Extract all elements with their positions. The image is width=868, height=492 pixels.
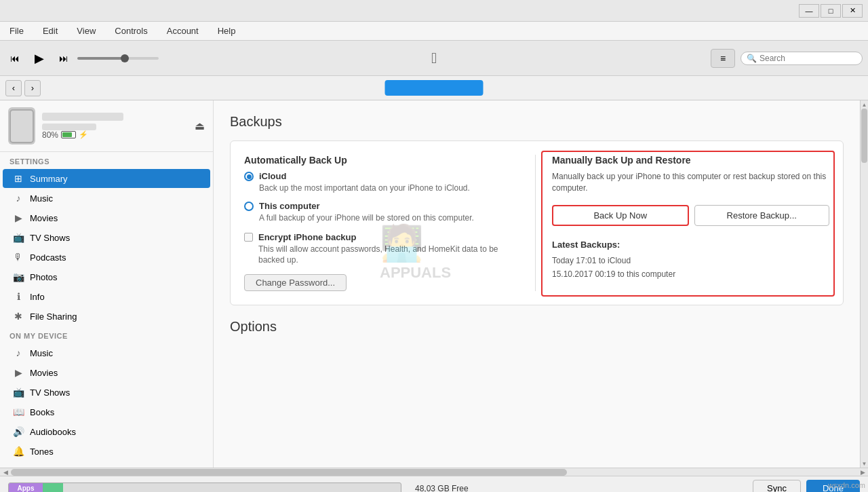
- auto-backup-title: Automatically Back Up: [244, 155, 521, 166]
- right-scrollbar[interactable]: ▲ ▼: [860, 100, 868, 468]
- sidebar-item-music[interactable]: ♪ Music: [3, 189, 210, 208]
- sync-button[interactable]: Sync: [753, 480, 801, 492]
- search-icon: 🔍: [747, 54, 757, 63]
- menu-view[interactable]: View: [73, 24, 100, 37]
- eject-button[interactable]: ⏏: [195, 119, 205, 132]
- icloud-option[interactable]: iCloud Back up the most important data o…: [244, 171, 521, 194]
- options-title: Options: [230, 319, 844, 335]
- this-computer-option[interactable]: This computer A full backup of your iPho…: [244, 201, 521, 224]
- photos-icon: 📷: [12, 271, 24, 283]
- tv2-icon: 📺: [12, 386, 24, 398]
- storage-apps-label: Apps: [9, 483, 43, 493]
- volume-slider[interactable]: [77, 57, 159, 60]
- sidebar-item-audiobooks[interactable]: 🔊 Audiobooks: [3, 422, 210, 441]
- storage-bar-container: Apps 48,03 GB Free: [8, 482, 753, 493]
- sidebar-item-label: Books: [30, 407, 54, 417]
- horizontal-scrollbar[interactable]: ◀ ▶: [0, 468, 868, 476]
- encrypt-desc: This will allow account passwords, Healt…: [258, 244, 521, 267]
- this-computer-desc: A full backup of your iPhone will be sto…: [259, 212, 474, 224]
- battery-fill: [62, 132, 72, 137]
- sidebar-item-label: Music: [30, 193, 53, 204]
- window-controls: — □ ✕: [799, 4, 863, 18]
- tones-icon: 🔔: [12, 445, 24, 457]
- storage-apps-fill: [43, 483, 63, 493]
- icloud-desc: Back up the most important data on your …: [259, 183, 470, 194]
- backups-container: Automatically Back Up iCloud Back up the…: [230, 140, 844, 305]
- sidebar-item-summary[interactable]: ⊞ Summary: [3, 169, 210, 188]
- change-password-button[interactable]: Change Password...: [244, 274, 347, 291]
- sidebar-item-movies[interactable]: ▶ Movies: [3, 208, 210, 227]
- latest-backups-title: Latest Backups:: [552, 240, 829, 250]
- sidebar-item-podcasts[interactable]: 🎙 Podcasts: [3, 248, 210, 267]
- sidebar-item-books[interactable]: 📖 Books: [3, 402, 210, 421]
- menu-account[interactable]: Account: [163, 24, 203, 37]
- device-name: [42, 113, 123, 121]
- icloud-radio[interactable]: [244, 172, 254, 181]
- maximize-button[interactable]: □: [821, 4, 841, 18]
- bottom-bar: Apps 48,03 GB Free Sync Done: [0, 476, 868, 492]
- encrypt-checkbox[interactable]: [244, 233, 253, 242]
- sidebar-item-photos[interactable]: 📷 Photos: [3, 267, 210, 286]
- this-computer-radio[interactable]: [244, 202, 254, 211]
- list-view-button[interactable]: ≡: [711, 49, 735, 68]
- search-box[interactable]: 🔍: [741, 52, 863, 65]
- battery-info: 80% ⚡: [42, 130, 188, 140]
- sidebar-item-label: Tones: [30, 447, 54, 457]
- info-icon: ℹ: [12, 290, 24, 303]
- sidebar-item-movies2[interactable]: ▶ Movies: [3, 363, 210, 382]
- volume-thumb: [121, 54, 129, 62]
- play-button[interactable]: ▶: [28, 48, 50, 69]
- restore-backup-button[interactable]: Restore Backup...: [694, 205, 830, 226]
- toolbar-right: ≡ 🔍: [711, 49, 863, 68]
- watermark-text: APPUALS: [380, 264, 451, 282]
- back-button[interactable]: ‹: [5, 80, 22, 96]
- scrollbar-up-arrow[interactable]: ▲: [861, 100, 868, 109]
- device-button[interactable]: [384, 80, 483, 96]
- prev-button[interactable]: ⏮: [5, 49, 24, 68]
- sidebar-item-label: TV Shows: [30, 387, 70, 398]
- menu-file[interactable]: File: [5, 24, 28, 37]
- sidebar-item-label: Summary: [30, 174, 68, 184]
- summary-icon: ⊞: [12, 172, 24, 185]
- search-input[interactable]: [760, 54, 854, 63]
- scroll-right-arrow[interactable]: ▶: [857, 468, 868, 476]
- next-button[interactable]: ⏭: [54, 49, 73, 68]
- main-layout: 80% ⚡ ⏏ Settings ⊞ Summary ♪ Music ▶ Mov…: [0, 100, 868, 468]
- close-button[interactable]: ✕: [842, 4, 863, 18]
- forward-button[interactable]: ›: [24, 80, 41, 96]
- music-icon: ♪: [12, 192, 24, 204]
- minimize-button[interactable]: —: [799, 4, 819, 18]
- menu-controls[interactable]: Controls: [111, 24, 151, 37]
- scroll-thumb[interactable]: [11, 469, 567, 476]
- icloud-option-text: iCloud Back up the most important data o…: [259, 171, 470, 194]
- sidebar-item-file-sharing[interactable]: ✱ File Sharing: [3, 307, 210, 326]
- scrollbar-thumb[interactable]: [861, 109, 867, 163]
- sidebar-item-tv-shows[interactable]: 📺 TV Shows: [3, 228, 210, 247]
- manual-backup-desc: Manually back up your iPhone to this com…: [552, 171, 829, 194]
- sidebar-item-label: TV Shows: [30, 233, 70, 243]
- menu-help[interactable]: Help: [214, 24, 240, 37]
- tv-icon: 📺: [12, 231, 24, 244]
- sidebar-item-info[interactable]: ℹ Info: [3, 287, 210, 306]
- content-inner: Backups Automatically Back Up iCloud Bac…: [214, 100, 860, 356]
- sidebar-item-label: Music: [30, 348, 53, 358]
- charge-icon: ⚡: [79, 130, 88, 139]
- content-wrapper: Backups Automatically Back Up iCloud Bac…: [214, 100, 868, 468]
- encrypt-option-text: Encrypt iPhone backup This will allow ac…: [258, 232, 521, 267]
- scroll-left-arrow[interactable]: ◀: [0, 468, 11, 476]
- battery-icon: [61, 131, 76, 138]
- sidebar-item-tones[interactable]: 🔔 Tones: [3, 442, 210, 461]
- backups-title: Backups: [230, 114, 844, 130]
- sidebar-item-label: Audiobooks: [30, 427, 76, 437]
- scroll-track-inner: [11, 468, 857, 476]
- menu-edit[interactable]: Edit: [39, 24, 62, 37]
- backup-radio-group: iCloud Back up the most important data o…: [244, 171, 521, 224]
- sidebar-item-tv-shows2[interactable]: 📺 TV Shows: [3, 383, 210, 402]
- sidebar-item-music2[interactable]: ♪ Music: [3, 343, 210, 362]
- manual-backup-buttons: Back Up Now Restore Backup...: [552, 205, 829, 226]
- scrollbar-down-arrow[interactable]: ▼: [861, 459, 868, 468]
- device-model: [42, 124, 96, 130]
- backup-now-button[interactable]: Back Up Now: [552, 205, 689, 226]
- podcasts-icon: 🎙: [12, 251, 24, 263]
- storage-visual: Apps: [8, 482, 401, 493]
